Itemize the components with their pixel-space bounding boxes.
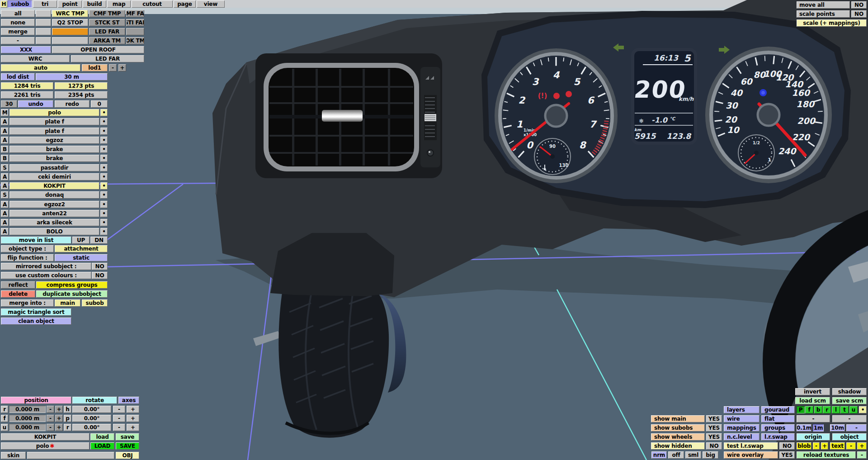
blob-button[interactable]: blob bbox=[797, 442, 811, 450]
object-row-name[interactable]: BOLO bbox=[9, 228, 99, 235]
xxx-button[interactable]: XXX bbox=[1, 46, 51, 53]
wire-overlay-value[interactable]: YES bbox=[779, 451, 795, 459]
position-r-minus[interactable]: - bbox=[47, 406, 54, 413]
channel-dot-button[interactable]: • bbox=[859, 406, 867, 413]
position-f-minus[interactable]: - bbox=[47, 415, 54, 422]
rotate-p-plus[interactable]: + bbox=[127, 415, 139, 422]
object-type-badge[interactable]: A bbox=[1, 128, 9, 135]
object-row-name[interactable]: ceki demiri bbox=[9, 173, 99, 180]
wrc-button[interactable]: WRC bbox=[1, 55, 70, 62]
open-roof-button[interactable]: OPEN ROOF bbox=[52, 46, 144, 53]
preset-stck-st[interactable]: STCK ST bbox=[89, 19, 125, 26]
object-visibility-dot[interactable]: • bbox=[100, 137, 108, 144]
mirrored-subobject-value[interactable]: NO bbox=[92, 263, 108, 270]
rotate-p-minus[interactable]: - bbox=[113, 415, 125, 422]
object-row-name[interactable]: KOKPIT bbox=[9, 182, 99, 190]
blob-minus-button[interactable]: - bbox=[813, 442, 820, 450]
menu-item-h[interactable]: H bbox=[0, 0, 7, 8]
axes-header[interactable]: axes bbox=[118, 397, 139, 404]
preset-wrc-tmp[interactable]: WRC TMP bbox=[52, 10, 88, 17]
test-lrswap-button[interactable]: test l.r.swap bbox=[724, 442, 778, 450]
channel-l-button[interactable]: l bbox=[832, 406, 840, 413]
move-up-button[interactable]: UP bbox=[72, 237, 90, 244]
show-wheels-label[interactable]: show wheels bbox=[651, 433, 705, 441]
channel-u-button[interactable]: u bbox=[849, 406, 858, 413]
menu-item-point[interactable]: point bbox=[58, 0, 82, 8]
gouraud-button[interactable]: gouraud bbox=[761, 406, 795, 413]
flip-function-value[interactable]: static bbox=[55, 254, 108, 261]
object-visibility-dot[interactable]: • bbox=[100, 173, 108, 180]
shadow-button[interactable]: shadow bbox=[832, 388, 867, 395]
object-type-badge[interactable]: A bbox=[1, 219, 9, 226]
preset-gti-far[interactable]: GTI FAR bbox=[126, 19, 144, 26]
wire-button[interactable]: wire bbox=[724, 415, 760, 422]
channel-p-button[interactable]: P bbox=[797, 406, 805, 413]
object-visibility-dot[interactable]: • bbox=[100, 128, 108, 135]
save-object-button[interactable]: save bbox=[116, 433, 139, 441]
move-all-label[interactable]: move all bbox=[797, 1, 850, 9]
text-minus-button[interactable]: - bbox=[846, 442, 856, 450]
grid-dash-button[interactable]: - bbox=[832, 415, 867, 422]
grid-1m-button[interactable]: 1m bbox=[813, 424, 824, 432]
object-type-badge[interactable]: A bbox=[1, 182, 9, 190]
select-none-button[interactable]: none bbox=[1, 19, 35, 26]
show-main-value[interactable]: YES bbox=[706, 415, 722, 422]
nrm-button[interactable]: nrm bbox=[651, 451, 667, 459]
lod-dist-value[interactable]: 30 m bbox=[36, 73, 108, 81]
position-r-plus[interactable]: + bbox=[55, 406, 63, 413]
position-header[interactable]: position bbox=[1, 397, 71, 404]
menu-item-subob[interactable]: subob bbox=[8, 0, 32, 8]
show-subobs-value[interactable]: YES bbox=[706, 424, 722, 432]
menu-item-build[interactable]: build bbox=[83, 0, 106, 8]
invert-button[interactable]: invert bbox=[795, 388, 830, 395]
merge-button[interactable]: merge bbox=[1, 28, 35, 35]
nclevel-button[interactable]: n.c.level bbox=[724, 433, 760, 441]
mappings-button[interactable]: mappings bbox=[724, 424, 760, 432]
object-type-badge[interactable]: S bbox=[1, 164, 9, 171]
object-row-name[interactable]: polo bbox=[9, 109, 99, 116]
object-visibility-dot[interactable]: • bbox=[100, 191, 108, 199]
scale-points-value[interactable]: NO bbox=[851, 10, 867, 18]
object-row-name[interactable]: plate f bbox=[9, 118, 99, 125]
rotate-r-plus[interactable]: + bbox=[127, 424, 139, 431]
grid-cell-orange[interactable] bbox=[52, 28, 88, 35]
object-visibility-dot[interactable]: • bbox=[100, 118, 108, 125]
rotate-h-value[interactable]: 0.00° bbox=[72, 406, 111, 413]
object-row-name[interactable]: arka silecek bbox=[9, 219, 99, 226]
grid-cell-empty[interactable] bbox=[36, 28, 51, 35]
lod-plus-button[interactable]: + bbox=[118, 64, 126, 71]
clean-object-button[interactable]: clean object bbox=[1, 318, 71, 325]
object-row-name[interactable]: donaq bbox=[9, 191, 99, 199]
position-f-plus[interactable]: + bbox=[55, 415, 63, 422]
merge-into-main-button[interactable]: main bbox=[55, 299, 80, 307]
object-visibility-dot[interactable]: • bbox=[100, 201, 108, 208]
move-all-value[interactable]: NO bbox=[851, 1, 867, 9]
scale-points-label[interactable]: scale points bbox=[797, 10, 850, 18]
object-axes-button[interactable]: object bbox=[832, 433, 867, 441]
object-visibility-dot[interactable]: • bbox=[100, 219, 108, 226]
object-row-name[interactable]: egzoz2 bbox=[9, 201, 99, 208]
grid-off-button[interactable]: - bbox=[846, 424, 867, 432]
reload-textures-button[interactable]: reload textures bbox=[797, 451, 856, 459]
save-scm-button[interactable]: save scm bbox=[832, 397, 867, 404]
nrm-big-button[interactable]: big bbox=[703, 451, 718, 459]
position-u-value[interactable]: 0.000 m bbox=[9, 424, 46, 431]
load-object-button[interactable]: load bbox=[90, 433, 114, 441]
menu-item-cutout[interactable]: cutout bbox=[132, 0, 173, 8]
grid-cell-empty[interactable] bbox=[126, 28, 144, 35]
obj-export-button[interactable]: OBJ bbox=[116, 452, 139, 459]
text-plus-button[interactable]: + bbox=[857, 442, 867, 450]
rotate-header[interactable]: rotate bbox=[72, 397, 117, 404]
position-u-plus[interactable]: + bbox=[55, 424, 63, 431]
preset-sok-tmp[interactable]: SOK TMP bbox=[126, 37, 144, 44]
object-type-badge[interactable]: A bbox=[1, 210, 9, 217]
delete-button[interactable]: delete bbox=[1, 290, 35, 298]
undo-button[interactable]: undo bbox=[18, 100, 53, 108]
custom-colours-value[interactable]: NO bbox=[92, 272, 108, 279]
object-row-name[interactable]: plate f bbox=[9, 128, 99, 135]
origin-button[interactable]: origin bbox=[797, 433, 830, 441]
rotate-h-minus[interactable]: - bbox=[113, 406, 125, 413]
channel-b-button[interactable]: b bbox=[814, 406, 822, 413]
led-far-button[interactable]: LED FAR bbox=[71, 55, 144, 62]
object-type-badge[interactable]: B bbox=[1, 155, 9, 162]
